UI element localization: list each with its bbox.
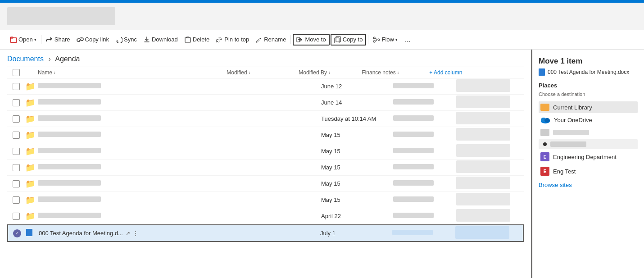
download-button[interactable]: Download [141, 34, 181, 45]
flow-icon [373, 36, 380, 43]
col-name [38, 196, 321, 203]
table-row[interactable]: 📁 April 22 [7, 208, 524, 224]
more-button[interactable]: ... [401, 34, 414, 46]
side-panel-title: Move 1 item [539, 57, 638, 66]
table-row[interactable]: 📁 Tuesday at 10:14 AM [7, 111, 524, 127]
col-name [38, 164, 321, 171]
move-to-button[interactable]: Move to [293, 34, 329, 46]
col-check-selected[interactable]: ✓ [8, 229, 26, 237]
col-modby-header[interactable]: Modified By ↕ [299, 69, 362, 76]
table-row[interactable]: 📁 May 15 [7, 143, 524, 160]
eng-test-icon: E [540, 167, 549, 176]
col-modby [393, 213, 456, 219]
table-row[interactable]: 📁 May 15 [7, 192, 524, 208]
col-modby [393, 180, 456, 187]
current-library-label: Current Library [553, 104, 592, 111]
col-check[interactable] [7, 148, 25, 155]
destination-gray-item[interactable] [539, 127, 638, 138]
browse-sites-link[interactable]: Browse sites [539, 182, 638, 188]
share-icon [46, 36, 53, 43]
breadcrumb-sep: › [48, 55, 50, 63]
destination-onedrive[interactable]: Your OneDrive [539, 114, 638, 126]
open-button[interactable]: Open ▾ [7, 34, 39, 45]
table-row[interactable]: 📁 May 15 [7, 176, 524, 192]
col-modified: May 15 [321, 148, 393, 155]
header-area [0, 3, 644, 30]
copy-link-button[interactable]: Copy link [74, 34, 112, 45]
side-panel: Move 1 item 000 Test Agenda for Meeting.… [531, 50, 644, 278]
side-panel-file-info: 000 Test Agenda for Meeting.docx [539, 68, 638, 76]
table-row-selected[interactable]: ✓ 000 Test Agenda for Meeting.d... ↗ ⋮ J… [7, 224, 524, 242]
copy-to-button[interactable]: Copy to [331, 34, 367, 46]
side-panel-choose-label: Choose a destination [539, 91, 638, 97]
col-icon: 📁 [25, 114, 38, 124]
finance-label: Finance notes [362, 69, 395, 76]
col-finance [456, 144, 524, 158]
breadcrumb-agenda: Agenda [55, 55, 80, 63]
col-check[interactable] [7, 99, 25, 106]
more-action-icon[interactable]: ⋮ [133, 230, 138, 237]
col-check[interactable] [7, 164, 25, 171]
sync-button[interactable]: Sync [113, 34, 140, 45]
divider-1 [41, 35, 41, 44]
pin-to-top-button[interactable]: Pin to top [213, 34, 252, 45]
col-check[interactable] [7, 196, 25, 204]
modby-label: Modified By [299, 69, 327, 76]
col-name-header[interactable]: Name ↕ [38, 69, 227, 76]
download-label: Download [152, 36, 178, 43]
table-row[interactable]: 📁 May 15 [7, 160, 524, 176]
copy-icon [334, 36, 341, 43]
col-finance [456, 112, 524, 126]
destination-bullet-item[interactable] [539, 139, 638, 149]
eng-test-label: Eng Test [553, 168, 576, 175]
svg-point-6 [373, 37, 375, 39]
col-icon: 📁 [25, 146, 38, 156]
col-check[interactable] [7, 83, 25, 90]
flow-label: Flow [381, 36, 394, 43]
modified-label: Modified [227, 69, 247, 76]
col-finance [456, 193, 524, 207]
delete-button[interactable]: Delete [181, 34, 213, 45]
col-icon: 📁 [25, 82, 38, 91]
destination-engineering-dept[interactable]: E Engineering Department [539, 150, 638, 164]
col-name [38, 180, 321, 187]
add-column[interactable]: + Add column [429, 69, 524, 76]
finance-sort: ↕ [397, 70, 399, 75]
share-action-icon[interactable]: ↗ [126, 230, 130, 237]
col-check[interactable] [7, 180, 25, 187]
bullet-dest-label [550, 141, 586, 147]
col-modby [393, 115, 456, 122]
rename-button[interactable]: Rename [253, 34, 289, 45]
col-modified: May 15 [321, 132, 393, 138]
col-modified: May 15 [321, 196, 393, 203]
add-col-label: + Add column [429, 69, 462, 76]
selected-indicator: ✓ [13, 229, 21, 237]
divider-3 [368, 35, 368, 44]
col-modified-header[interactable]: Modified ↕ [227, 69, 299, 76]
delete-label: Delete [193, 36, 210, 43]
col-modified: June 12 [321, 83, 393, 90]
table-row[interactable]: 📁 June 12 [7, 78, 524, 95]
destination-current-library[interactable]: Current Library [539, 101, 638, 113]
col-check[interactable] [7, 115, 25, 123]
col-finance [456, 79, 524, 93]
content-area: Documents › Agenda Name ↕ Modified ↕ Mod… [0, 50, 531, 278]
col-modified-selected: July 1 [320, 230, 392, 237]
breadcrumb-documents[interactable]: Documents [7, 55, 44, 63]
destination-eng-test[interactable]: E Eng Test [539, 164, 638, 178]
main-area: Documents › Agenda Name ↕ Modified ↕ Mod… [0, 50, 644, 278]
col-finance-header[interactable]: Finance notes ↕ [362, 69, 429, 76]
col-check[interactable] [7, 132, 25, 139]
flow-button[interactable]: Flow ▾ [370, 34, 400, 45]
move-icon [296, 36, 304, 43]
col-finance [456, 128, 524, 142]
share-label: Share [54, 36, 70, 43]
col-modified: May 15 [321, 164, 393, 171]
col-check[interactable] [7, 213, 25, 220]
col-name [38, 99, 321, 106]
table-row[interactable]: 📁 May 15 [7, 127, 524, 143]
col-modby [393, 196, 456, 203]
header-checkbox[interactable] [13, 69, 20, 76]
table-row[interactable]: 📁 June 14 [7, 95, 524, 111]
share-button[interactable]: Share [43, 34, 73, 45]
